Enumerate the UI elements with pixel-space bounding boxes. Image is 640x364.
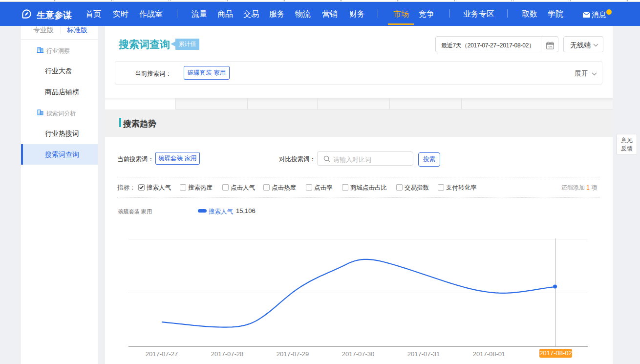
svg-text:15: 15 <box>548 45 553 49</box>
